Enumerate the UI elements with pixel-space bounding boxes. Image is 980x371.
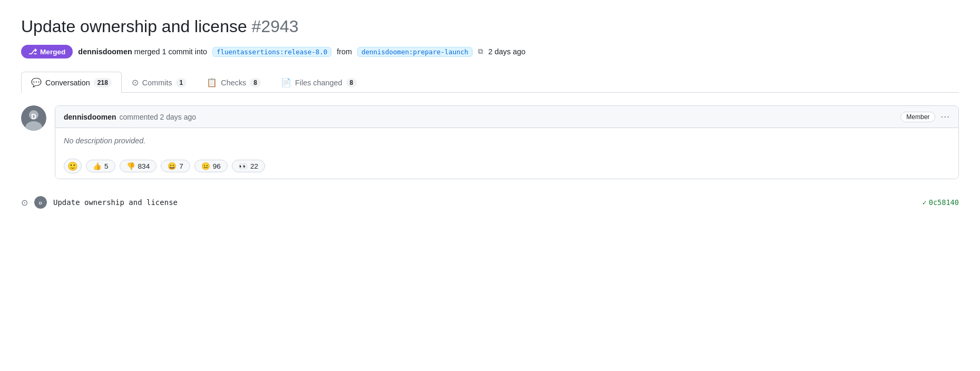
tab-files-changed-count: 8 bbox=[346, 78, 357, 87]
svg-text:D: D bbox=[39, 201, 42, 206]
comment-content: No description provided. bbox=[55, 128, 958, 153]
tab-conversation-count: 218 bbox=[94, 78, 112, 87]
conversation-icon: 💬 bbox=[31, 77, 42, 87]
neutral-count: 96 bbox=[213, 162, 221, 170]
target-branch[interactable]: fluentassertions:release-8.0 bbox=[212, 47, 331, 57]
tab-commits-label: Commits bbox=[142, 79, 172, 87]
files-changed-icon: 📄 bbox=[281, 77, 291, 87]
tab-commits[interactable]: ⊙ Commits 1 bbox=[122, 72, 197, 93]
neutral-emoji: 😐 bbox=[201, 162, 210, 170]
reaction-smile[interactable]: 😄 7 bbox=[161, 160, 190, 172]
eyes-count: 22 bbox=[250, 162, 258, 170]
commit-line: ⊙ D Update ownership and license ✓ 0c581… bbox=[21, 192, 959, 213]
pr-title-text: Update ownership and license bbox=[21, 17, 247, 36]
reaction-thumbsdown[interactable]: 👎 834 bbox=[120, 160, 157, 172]
reactions-bar: 🙂 👍 5 👎 834 😄 7 😐 96 👀 22 bbox=[55, 153, 958, 179]
commit-check-icon: ✓ bbox=[923, 198, 927, 207]
tab-files-changed-label: Files changed bbox=[295, 79, 342, 87]
pr-time: 2 days ago bbox=[488, 47, 525, 56]
merged-badge: ⎇ Merged bbox=[21, 45, 73, 58]
tab-checks[interactable]: 📋 Checks 8 bbox=[197, 72, 271, 93]
comment-text: No description provided. bbox=[64, 136, 145, 145]
tab-files-changed[interactable]: 📄 Files changed 8 bbox=[271, 72, 367, 93]
tab-conversation-label: Conversation bbox=[45, 79, 90, 87]
add-reaction-button[interactable]: 🙂 bbox=[64, 159, 82, 173]
comment-section: D dennisdoomen commented 2 days ago Memb… bbox=[21, 105, 959, 179]
commits-icon: ⊙ bbox=[132, 77, 139, 87]
commit-graph-icon: ⊙ bbox=[21, 198, 28, 208]
thumbsdown-count: 834 bbox=[138, 162, 150, 170]
comment-header-left: dennisdoomen commented 2 days ago bbox=[64, 113, 196, 121]
merge-icon: ⎇ bbox=[28, 47, 37, 56]
tab-checks-count: 8 bbox=[250, 78, 261, 87]
copy-branch-icon[interactable]: ⧉ bbox=[478, 47, 483, 56]
pr-action-text: merged 1 commit into bbox=[134, 47, 207, 56]
from-text: from bbox=[337, 47, 352, 56]
pr-number: #2943 bbox=[252, 17, 299, 36]
checks-icon: 📋 bbox=[207, 77, 217, 87]
comment-author[interactable]: dennisdoomen bbox=[64, 113, 116, 121]
comment-header-right: Member ··· bbox=[900, 111, 950, 122]
more-options-button[interactable]: ··· bbox=[940, 111, 950, 122]
comment-header: dennisdoomen commented 2 days ago Member… bbox=[55, 106, 958, 128]
commit-message[interactable]: Update ownership and license bbox=[53, 198, 916, 207]
thumbsup-count: 5 bbox=[104, 162, 109, 170]
comment-box: dennisdoomen commented 2 days ago Member… bbox=[55, 105, 959, 179]
comment-action-time: commented 2 days ago bbox=[120, 113, 197, 121]
source-branch[interactable]: dennisdoomen:prepare-launch bbox=[357, 47, 473, 57]
page-title: Update ownership and license #2943 bbox=[21, 17, 959, 36]
commit-avatar: D bbox=[34, 196, 47, 209]
thumbsup-emoji: 👍 bbox=[93, 162, 102, 170]
tab-conversation[interactable]: 💬 Conversation 218 bbox=[21, 72, 122, 93]
merged-badge-label: Merged bbox=[40, 48, 65, 56]
tabs-bar: 💬 Conversation 218 ⊙ Commits 1 📋 Checks … bbox=[21, 71, 959, 93]
thumbsdown-emoji: 👎 bbox=[126, 162, 135, 170]
reaction-eyes[interactable]: 👀 22 bbox=[232, 160, 265, 172]
avatar-image: D bbox=[21, 105, 46, 131]
avatar: D bbox=[21, 105, 46, 131]
tab-checks-label: Checks bbox=[221, 79, 246, 87]
member-badge: Member bbox=[900, 112, 935, 122]
commit-sha[interactable]: ✓ 0c58140 bbox=[923, 198, 959, 207]
pr-meta: ⎇ Merged dennisdoomen merged 1 commit in… bbox=[21, 45, 959, 58]
pr-author[interactable]: dennisdoomen bbox=[78, 47, 132, 56]
commit-sha-value: 0c58140 bbox=[929, 198, 959, 207]
pr-meta-text: dennisdoomen merged 1 commit into bbox=[78, 47, 207, 56]
eyes-emoji: 👀 bbox=[239, 162, 248, 170]
svg-text:D: D bbox=[31, 112, 36, 121]
smile-emoji: 😄 bbox=[168, 162, 177, 170]
reaction-neutral[interactable]: 😐 96 bbox=[194, 160, 228, 172]
reaction-thumbsup[interactable]: 👍 5 bbox=[86, 160, 115, 172]
tab-commits-count: 1 bbox=[176, 78, 187, 87]
smile-count: 7 bbox=[179, 162, 183, 170]
